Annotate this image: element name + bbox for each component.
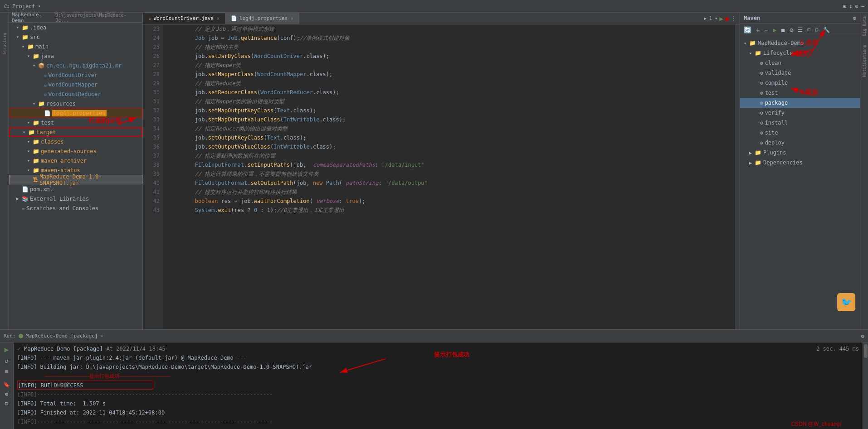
- tab-log4j-label: log4j.properties: [239, 15, 288, 21]
- settings-icon-bottom[interactable]: ⚙: [4, 390, 9, 398]
- tree-item-log4j[interactable]: 📄 log4j.properties: [9, 108, 142, 118]
- maven-header: Maven ⚙: [740, 13, 860, 24]
- tab-close-2[interactable]: ✕: [291, 16, 293, 21]
- tree-item-test[interactable]: ▾ 📁 test: [9, 118, 142, 127]
- console-line-finished: [INFO] Finished at: 2022-11-04T18:45:12+…: [17, 408, 859, 417]
- code-editor[interactable]: 2324252627 2829303132 3334353637 3839404…: [143, 24, 740, 329]
- toolbar-icon-3[interactable]: ⚙: [855, 3, 858, 10]
- properties-file-icon: 📄: [231, 15, 237, 21]
- maven-project-root[interactable]: ▾ 📁 MapReduce-Demo: [740, 38, 860, 48]
- project-icon: 🗂: [4, 3, 10, 10]
- maven-settings-icon[interactable]: ⚙: [853, 15, 856, 21]
- package-run-label[interactable]: MapReduce-Demo [package]: [26, 333, 98, 339]
- maven-dependencies-group[interactable]: ▶ 📁 Dependencies: [740, 158, 860, 168]
- tree-item-idea[interactable]: ▾ 📁 .idea: [9, 23, 142, 32]
- bottom-left-icons: ▶ ↺ ◼ 🔖 ⚙ ⊟: [0, 342, 14, 429]
- maven-collapse-icon[interactable]: ⊟: [813, 26, 820, 34]
- maven-item-verify[interactable]: ⚙ verify: [740, 108, 860, 118]
- tree-item-jar[interactable]: 🗜 MapReduce-Demo-1.0-SNAPSHOT.jar: [9, 175, 142, 184]
- maven-skip-icon[interactable]: ⊘: [788, 25, 795, 34]
- console-line-dashed-3: [INFO]----------------------------------…: [17, 417, 859, 426]
- bottom-run-bar: Run: MapReduce-Demo [package] ✕ ⚙: [0, 330, 868, 342]
- code-content[interactable]: // 定义Job，通过单例模式创建 Job job = Job.getInsta…: [163, 24, 735, 329]
- dropdown-arrow[interactable]: ▾: [38, 4, 41, 9]
- maven-item-package[interactable]: ⚙ package: [740, 98, 860, 108]
- tree-item-main[interactable]: ▾ 📁 main: [9, 42, 142, 51]
- stop-btn[interactable]: ◼: [725, 15, 729, 22]
- more-btn[interactable]: ⋮: [731, 15, 736, 22]
- tree-item-package[interactable]: ▾ 📦 cn.edu.hgu.bigdata21.mr: [9, 61, 142, 70]
- maven-panel: Maven ⚙ 🔄 + − ▶ ◼ ⊘ ☰ ⊞ ⊟ 🔧 ▾: [740, 13, 860, 329]
- stop-run-btn[interactable]: ◼: [4, 366, 9, 376]
- maven-item-test[interactable]: ⚙ test: [740, 88, 860, 98]
- maven-item-compile[interactable]: ⚙ compile: [740, 78, 860, 88]
- project-sidebar: MapReduce-Demo D:\javaprojects\MapReduce…: [9, 13, 143, 329]
- maven-stop-icon[interactable]: ◼: [779, 25, 786, 34]
- maven-item-install[interactable]: ⚙ install: [740, 118, 860, 128]
- maven-plugins-group[interactable]: ▶ 📁 Plugins: [740, 148, 860, 158]
- maven-toolbar: 🔄 + − ▶ ◼ ⊘ ☰ ⊞ ⊟ 🔧: [740, 24, 860, 36]
- run-btn[interactable]: ▶: [719, 15, 723, 22]
- maven-logo: 🐦: [837, 293, 855, 311]
- maven-item-site[interactable]: ⚙ site: [740, 128, 860, 138]
- console-content[interactable]: ✓ MapReduce-Demo [package] At 2022/11/4 …: [14, 342, 863, 429]
- tree-item-external-libs[interactable]: ▶ 📚 External Libraries: [9, 194, 142, 203]
- maven-toggle-icon[interactable]: ☰: [796, 26, 805, 34]
- toolbar-icon-2[interactable]: ↕: [849, 3, 852, 10]
- console-line-1: [INFO] --- maven-jar-plugin:2.4:jar (def…: [17, 353, 859, 362]
- bookmark-icon[interactable]: 🔖: [2, 381, 11, 389]
- maven-item-deploy[interactable]: ⚙ deploy: [740, 138, 860, 148]
- bottom-panel: Run: MapReduce-Demo [package] ✕ ⚙ ▶ ↺ ◼ …: [0, 329, 868, 429]
- tab-close-1[interactable]: ✕: [217, 16, 219, 21]
- tree-item-classes[interactable]: ▾ 📁 classes: [9, 137, 142, 146]
- tree-item-maven-archiver[interactable]: ▾ 📁 maven-archiver: [9, 156, 142, 165]
- toolbar-icon-1[interactable]: ⊞: [843, 3, 846, 10]
- editor-tabs: ☕ WordCountDriver.java ✕ 📄 log4j.propert…: [143, 13, 740, 24]
- layout-icon[interactable]: ⊟: [4, 400, 9, 408]
- tree-item-java[interactable]: ▾ 📁 java: [9, 51, 142, 61]
- tab-wordcount[interactable]: ☕ WordCountDriver.java ✕: [143, 13, 225, 24]
- console-line-dashed-2: [INFO]----------------------------------…: [17, 390, 859, 399]
- editor-scrollbar[interactable]: [735, 24, 740, 329]
- maven-tree: ▾ 📁 MapReduce-Demo ▾ 📁 Lifecycle ⚙ clean…: [740, 36, 860, 329]
- maven-item-clean[interactable]: ⚙ clean: [740, 58, 860, 68]
- project-label: Project: [12, 3, 35, 10]
- left-sidebar-icons: Structure: [0, 13, 9, 329]
- maven-minus-icon[interactable]: −: [762, 25, 770, 34]
- tree-item-scratches[interactable]: ✏ Scratches and Consoles: [9, 203, 142, 213]
- toolbar-icon-4[interactable]: –: [861, 3, 864, 10]
- tree-item-src[interactable]: ▾ 📁 src: [9, 32, 142, 42]
- run-label: Run:: [4, 333, 16, 339]
- re-run-btn[interactable]: ↺: [4, 356, 9, 365]
- maven-refresh-icon[interactable]: 🔄: [742, 25, 753, 34]
- bottom-scrollbar[interactable]: [863, 342, 868, 429]
- tree-item-mapper[interactable]: ☕ WordCountMapper: [9, 80, 142, 89]
- maven-lifecycle-label: Lifecycle: [763, 50, 793, 56]
- tab-wordcount-label: WordCountDriver.java: [154, 15, 214, 21]
- run-indicator: [19, 334, 23, 338]
- maven-add-icon[interactable]: +: [754, 25, 761, 34]
- mapreduce-demo-root[interactable]: MapReduce-Demo: [12, 13, 54, 24]
- maven-item-validate[interactable]: ⚙ validate: [740, 68, 860, 78]
- tree-container: ▾ 📁 .idea ▾ 📁 src ▾ 📁 main: [9, 23, 142, 329]
- maven-lifecycle-group[interactable]: ▾ 📁 Lifecycle: [740, 48, 860, 58]
- structure-label: Structure: [2, 33, 7, 55]
- tree-item-resources[interactable]: ▾ 📁 resources: [9, 99, 142, 108]
- tree-item-target[interactable]: ▾ 📁 target: [9, 127, 142, 137]
- line-numbers: 2324252627 2829303132 3334353637 3839404…: [143, 24, 163, 329]
- tree-item-reducer[interactable]: ☕ WordCountReducer: [9, 89, 142, 99]
- right-edge-panel: Big Data Notifications: [860, 13, 868, 329]
- tab-log4j[interactable]: 📄 log4j.properties ✕: [225, 13, 299, 24]
- maven-wrench-icon[interactable]: 🔧: [821, 26, 832, 34]
- run-play-btn[interactable]: ▶: [4, 344, 10, 355]
- tree-item-driver[interactable]: ☕ WordCountDriver: [9, 70, 142, 80]
- maven-project-label: MapReduce-Demo: [758, 40, 804, 46]
- tree-item-gen-sources[interactable]: ▾ 📁 generated-sources: [9, 146, 142, 156]
- bottom-toolbar-gear[interactable]: ⚙: [861, 333, 864, 339]
- run-count-indicator: ▶ 1 ▾: [704, 16, 717, 21]
- run-info-line: ✓ MapReduce-Demo [package] At 2022/11/4 …: [17, 344, 859, 353]
- maven-run-icon[interactable]: ▶: [771, 25, 778, 34]
- maven-expand-icon[interactable]: ⊞: [805, 26, 812, 34]
- close-tab-btn[interactable]: ✕: [100, 333, 103, 338]
- maven-plugins-label: Plugins: [763, 149, 786, 156]
